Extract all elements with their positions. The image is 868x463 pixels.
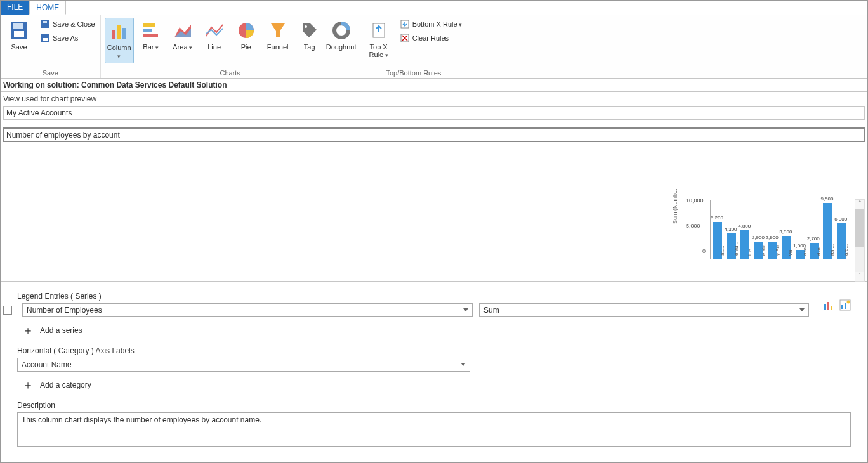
group-label-charts: Charts bbox=[105, 68, 356, 78]
add-category-label: Add a category bbox=[40, 381, 91, 389]
bar-value-label: 9,500 bbox=[820, 196, 833, 202]
svg-rect-7 bbox=[112, 30, 115, 39]
svg-rect-2 bbox=[14, 31, 24, 37]
svg-rect-10 bbox=[143, 23, 155, 27]
save-as-label: Save As bbox=[53, 34, 78, 42]
add-series-button[interactable]: ＋ Add a series bbox=[22, 326, 851, 335]
clear-icon bbox=[400, 33, 410, 43]
bar-value-label: 6,000 bbox=[834, 216, 847, 222]
chart-config: Legend Entries ( Series ) Number of Empl… bbox=[1, 282, 867, 450]
save-as-icon bbox=[40, 33, 50, 43]
save-label: Save bbox=[11, 43, 27, 51]
group-label-rules: Top/Bottom Rules bbox=[364, 68, 463, 78]
chart-column-button[interactable]: Column bbox=[105, 18, 134, 63]
edit-series-icon[interactable] bbox=[839, 299, 851, 311]
y-axis-label: Sum (Numb... bbox=[672, 188, 678, 224]
y-tick: 5,000 bbox=[686, 223, 700, 229]
area-icon bbox=[173, 20, 193, 41]
svg-rect-27 bbox=[831, 306, 832, 310]
line-label: Line bbox=[207, 43, 221, 51]
line-icon bbox=[204, 20, 225, 41]
svg-rect-11 bbox=[143, 29, 152, 32]
chart-funnel-button[interactable]: Funnel bbox=[263, 18, 293, 53]
tab-file[interactable]: FILE bbox=[1, 1, 29, 15]
chart-title-input[interactable]: Number of employees by account bbox=[3, 127, 865, 142]
save-close-label: Save & Close bbox=[53, 20, 95, 28]
tag-label: Tag bbox=[304, 43, 315, 51]
pie-label: Pie bbox=[241, 43, 251, 51]
svg-marker-16 bbox=[271, 23, 285, 37]
series-aggregate-select[interactable]: Sum bbox=[479, 303, 809, 317]
topx-icon bbox=[369, 20, 389, 41]
bottomx-label: Bottom X Rule bbox=[412, 20, 462, 28]
scroll-down-icon[interactable]: ˅ bbox=[855, 272, 864, 281]
clear-label: Clear Rules bbox=[412, 34, 449, 42]
add-series-label: Add a series bbox=[40, 326, 82, 335]
save-close-button[interactable]: Save & Close bbox=[39, 18, 96, 30]
bottomx-rule-button[interactable]: Bottom X Rule bbox=[398, 18, 463, 30]
save-close-icon bbox=[40, 19, 50, 29]
y-tick: 10,000 bbox=[686, 197, 704, 204]
category-section-label: Horizontal ( Category ) Axis Labels bbox=[17, 346, 851, 355]
category-field-select[interactable]: Account Name bbox=[17, 358, 470, 372]
bottomx-icon bbox=[400, 19, 410, 29]
y-tick: 0 bbox=[702, 248, 706, 254]
add-category-button[interactable]: ＋ Add a category bbox=[22, 381, 851, 389]
svg-marker-17 bbox=[303, 23, 317, 37]
svg-rect-9 bbox=[122, 28, 126, 39]
chart-tag-button[interactable]: Tag bbox=[295, 18, 324, 53]
bar-value-label: 6,200 bbox=[711, 215, 723, 221]
bar-value-label: 2,900 bbox=[766, 235, 779, 240]
column-icon bbox=[109, 21, 129, 41]
x-category-label: oso ... bbox=[802, 242, 808, 256]
save-icon bbox=[9, 20, 29, 41]
bar-value-label: 4,800 bbox=[738, 223, 751, 229]
bar-value-label: 3,900 bbox=[779, 229, 792, 235]
bar-value-label: 2,900 bbox=[752, 235, 765, 240]
description-label: Description bbox=[17, 401, 851, 410]
scroll-up-icon[interactable]: ˄ bbox=[855, 200, 864, 209]
x-category-label: ine ... bbox=[747, 243, 753, 256]
x-category-label: e Yo... bbox=[761, 242, 766, 256]
bar-value-label: 2,700 bbox=[807, 236, 820, 242]
scroll-thumb[interactable] bbox=[855, 209, 864, 247]
series-section-label: Legend Entries ( Series ) bbox=[17, 292, 851, 301]
plus-icon: ＋ bbox=[22, 326, 34, 335]
svg-rect-8 bbox=[117, 25, 121, 39]
svg-point-18 bbox=[305, 25, 307, 28]
save-as-button[interactable]: Save As bbox=[39, 32, 96, 44]
x-category-label: atu... bbox=[720, 244, 725, 256]
doughnut-label: Doughnut bbox=[326, 43, 357, 51]
clear-rules-button[interactable]: Clear Rules bbox=[398, 32, 463, 44]
series-checkbox[interactable] bbox=[3, 306, 12, 315]
tab-home[interactable]: HOME bbox=[29, 1, 66, 15]
svg-rect-26 bbox=[827, 302, 829, 310]
tag-icon bbox=[299, 20, 320, 41]
chart-line-button[interactable]: Line bbox=[200, 18, 229, 53]
plus-icon: ＋ bbox=[22, 381, 34, 389]
x-category-label: rika... bbox=[816, 243, 822, 256]
svg-rect-1 bbox=[13, 23, 23, 29]
bar-label: Bar bbox=[143, 43, 159, 51]
x-category-label: are... bbox=[843, 244, 849, 256]
chart-pie-button[interactable]: Pie bbox=[232, 18, 261, 53]
chart-bar-button[interactable]: Bar bbox=[136, 18, 166, 54]
view-select[interactable]: My Active Accounts bbox=[3, 106, 865, 120]
chart-scrollbar[interactable]: ˄ ˅ bbox=[855, 199, 865, 282]
svg-point-31 bbox=[847, 301, 850, 304]
chart-area-button[interactable]: Area bbox=[168, 18, 197, 54]
description-textarea[interactable]: This column chart displays the number of… bbox=[17, 412, 851, 447]
ribbon: Save Save & Close Save As Save Column bbox=[1, 15, 867, 79]
save-button[interactable]: Save bbox=[4, 18, 34, 53]
svg-rect-30 bbox=[845, 303, 846, 309]
chart-type-icon[interactable] bbox=[823, 299, 834, 311]
bar-icon bbox=[141, 20, 161, 41]
chart-doughnut-button[interactable]: Doughnut bbox=[327, 18, 356, 53]
funnel-label: Funnel bbox=[267, 43, 289, 51]
x-category-label: y Po... bbox=[775, 241, 780, 256]
topx-rule-button[interactable]: Top XRule bbox=[364, 18, 393, 62]
doughnut-icon bbox=[331, 20, 352, 41]
svg-rect-29 bbox=[841, 305, 843, 309]
group-label-save: Save bbox=[4, 68, 96, 78]
series-field-select[interactable]: Number of Employees bbox=[22, 303, 473, 317]
